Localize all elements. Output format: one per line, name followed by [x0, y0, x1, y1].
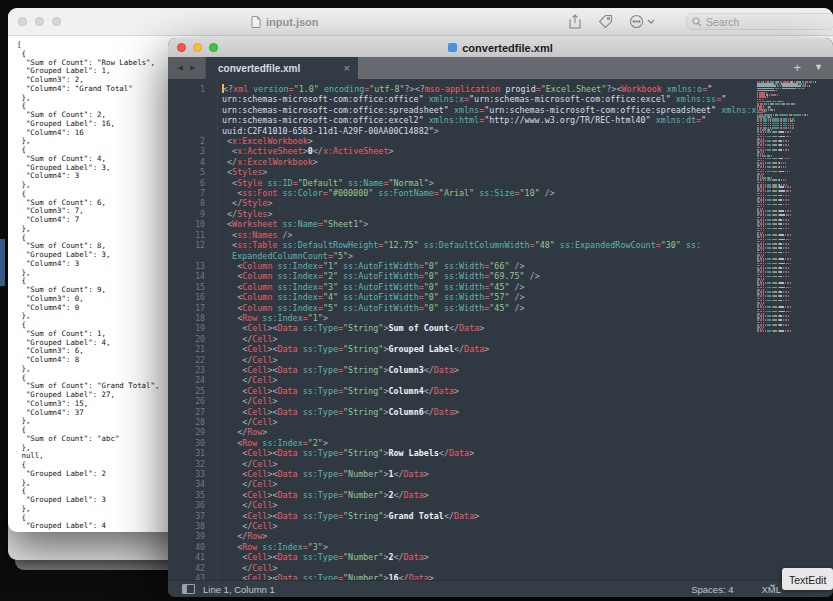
more-actions-icon[interactable]	[629, 14, 655, 29]
code-row: </Row>	[222, 427, 753, 437]
tab-convertedfile[interactable]: convertedfile.xml ×	[206, 57, 358, 79]
minimize-button[interactable]	[35, 17, 44, 26]
code-row: <Cell><Data ss:Type="String">Column3</Da…	[222, 365, 753, 375]
code-row: <Cell><Data ss:Type="String">Column4</Da…	[222, 386, 753, 396]
window-title-group: input.json	[251, 8, 319, 35]
panel-toggle-icon[interactable]	[182, 584, 195, 594]
code-row: urn:schemas-microsoft-com:office:excel2"…	[222, 115, 753, 125]
code-row: <Cell><Data ss:Type="String">Grouped Lab…	[222, 344, 753, 354]
code-row: <Cell><Data ss:Type="String">Sum of Coun…	[222, 323, 753, 333]
code-row: <Column ss:Index="2" ss:AutoFitWidth="0"…	[222, 271, 753, 281]
textedit-titlebar[interactable]: input.json Search	[8, 8, 833, 36]
code-row: <Column ss:Index="4" ss:AutoFitWidth="0"…	[222, 292, 753, 302]
document-proxy-icon	[251, 16, 261, 28]
code-row: <Style ss:ID="Default" ss:Name="Normal">	[222, 178, 753, 188]
search-icon	[692, 17, 702, 27]
tab-label: convertedfile.xml	[218, 63, 338, 74]
code-row: <Cell><Data ss:Type="Number">2</Data>	[222, 490, 753, 500]
code-row: </x:ExcelWorkbook>	[222, 157, 753, 167]
line-number-gutter: 1234567891011121314151617181920212223242…	[168, 79, 218, 581]
code-row: urn:schemas-microsoft-com:office:spreads…	[222, 105, 753, 115]
code-row: <Row ss:Index="1">	[222, 313, 753, 323]
status-bar: Line 1, Column 1 Spaces: 4 XML	[168, 580, 833, 597]
spaces-indicator[interactable]: Spaces: 4	[691, 584, 733, 595]
document-proxy-icon	[448, 43, 457, 52]
dock-tooltip-label: TextEdit	[789, 574, 826, 586]
code-row: </Row>	[222, 531, 753, 541]
tag-icon[interactable]	[598, 14, 613, 29]
code-row: urn:schemas-microsoft-com:office:office"…	[222, 94, 753, 104]
code-row: <Cell><Data ss:Type="Number">2</Data>	[222, 552, 753, 562]
share-icon[interactable]	[568, 14, 582, 29]
code-row: <Row ss:Index="3">	[222, 542, 753, 552]
code-row: <Cell><Data ss:Type="String">Row Labels<…	[222, 448, 753, 458]
editor-body: 1234567891011121314151617181920212223242…	[168, 79, 833, 581]
code-row: </Cell>	[222, 459, 753, 469]
code-row: </Style>	[222, 198, 753, 208]
minimap-row	[757, 330, 827, 332]
chevron-down-icon: ⌄	[768, 577, 777, 590]
code-row: <ss:Font ss:Color="#000000" ss:FontName=…	[222, 188, 753, 198]
window-title: convertedfile.xml	[462, 42, 552, 54]
dock-tooltip-group: ⌄ TextEdit	[768, 568, 833, 590]
code-row: <Column ss:Index="3" ss:AutoFitWidth="0"…	[222, 282, 753, 292]
tab-bar: ◀ ▶ convertedfile.xml × + ▼	[168, 57, 833, 79]
code-row: <ss:Names />	[222, 230, 753, 240]
code-row: <Row ss:Index="2">	[222, 438, 753, 448]
code-row: </Cell>	[222, 521, 753, 531]
code-row: </Cell>	[222, 334, 753, 344]
cursor-position: Line 1, Column 1	[203, 584, 275, 595]
code-row: </Cell>	[222, 355, 753, 365]
code-area[interactable]: <?xml version="1.0" encoding="utf-8"?><?…	[222, 79, 753, 581]
code-row: </Cell>	[222, 417, 753, 427]
search-placeholder: Search	[706, 16, 739, 28]
background-window-edge	[0, 239, 5, 286]
toolbar-actions	[568, 8, 655, 35]
code-row: uuid:C2F41010-65B3-11d1-A29F-00AA00C1488…	[222, 126, 753, 136]
tab-nav: ◀ ▶	[168, 57, 206, 79]
code-row: <Worksheet ss:Name="Sheet1">	[222, 219, 753, 229]
code-row: </Cell>	[222, 479, 753, 489]
nav-forward-icon[interactable]: ▶	[190, 64, 195, 72]
code-row: <?xml version="1.0" encoding="utf-8"?><?…	[222, 84, 753, 94]
code-row: </Styles>	[222, 209, 753, 219]
code-row: </Cell>	[222, 396, 753, 406]
traffic-lights	[18, 17, 61, 26]
code-row: <ss:Table ss:DefaultRowHeight="12.75" ss…	[222, 240, 753, 250]
code-row: </Cell>	[222, 563, 753, 573]
code-row: </Cell>	[222, 500, 753, 510]
new-tab-button[interactable]: +	[793, 60, 801, 75]
code-row: <Column ss:Index="1" ss:AutoFitWidth="0"…	[222, 261, 753, 271]
editor-titlebar[interactable]: convertedfile.xml	[168, 38, 833, 58]
window-title-group: convertedfile.xml	[168, 38, 833, 57]
window-title: input.json	[266, 16, 319, 28]
code-row: <Styles>	[222, 167, 753, 177]
code-row: <x:ActiveSheet>0</x:ActiveSheet>	[222, 146, 753, 156]
code-row: <Cell><Data ss:Type="String">Column6</Da…	[222, 407, 753, 417]
code-row: <Column ss:Index="5" ss:AutoFitWidth="0"…	[222, 303, 753, 313]
search-field[interactable]: Search	[686, 13, 833, 30]
nav-back-icon[interactable]: ◀	[178, 64, 183, 72]
code-row: <Cell><Data ss:Type="String">Grand Total…	[222, 511, 753, 521]
code-row: <Cell><Data ss:Type="Number">1</Data>	[222, 469, 753, 479]
close-button[interactable]	[18, 17, 27, 26]
dock-tooltip: TextEdit	[782, 568, 833, 590]
tab-close-icon[interactable]: ×	[344, 62, 350, 74]
code-row: </Cell>	[222, 375, 753, 385]
code-row: <x:ExcelWorkbook>	[222, 136, 753, 146]
editor-window: convertedfile.xml ◀ ▶ convertedfile.xml …	[168, 38, 833, 597]
minimap[interactable]	[757, 81, 827, 333]
tab-overflow-button[interactable]: ▼	[814, 62, 823, 72]
code-row: ExpandedColumnCount="5">	[222, 251, 753, 261]
zoom-button[interactable]	[52, 17, 61, 26]
